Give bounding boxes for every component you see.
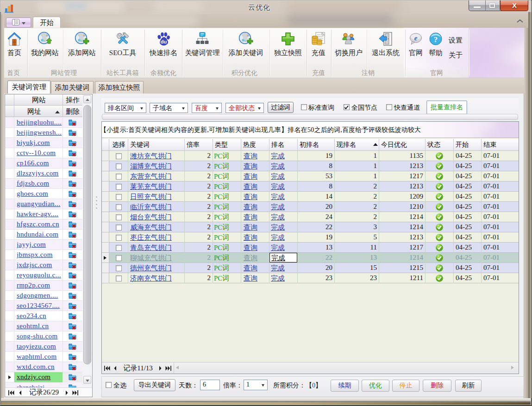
svg-text:e: e (414, 34, 418, 42)
svg-text:du: du (161, 39, 167, 44)
svg-text:?: ? (434, 35, 438, 44)
